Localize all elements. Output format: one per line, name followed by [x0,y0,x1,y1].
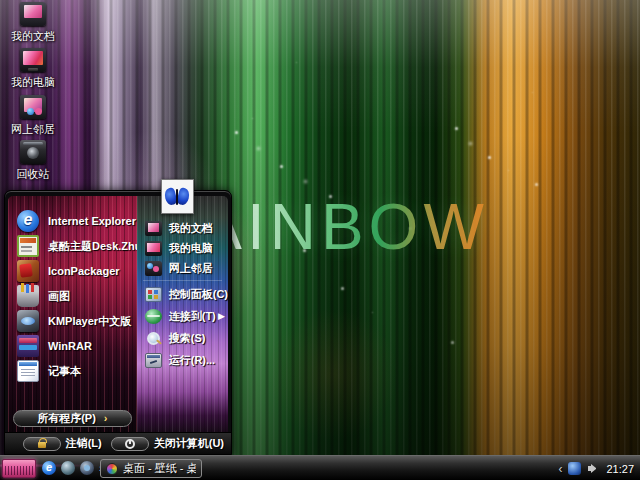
desktop-icon-network-places[interactable]: 网上邻居 [4,95,62,137]
tray-volume-icon[interactable] [587,462,600,475]
start-menu-item-winrar[interactable]: WinRAR [8,334,137,358]
iconpackager-icon [17,260,39,282]
menu-divider [143,280,222,281]
desktop-icon-label: 我的文档 [4,29,62,44]
start-menu-item-control-panel[interactable]: 控制面板(C) [137,283,228,305]
all-programs-button[interactable]: 所有程序(P) › [13,410,132,427]
run-icon [145,353,162,368]
start-menu-item-iconpackager[interactable]: IconPackager [8,259,137,283]
menu-item-label: KMPlayer中文版 [48,314,131,329]
start-menu-item-my-documents[interactable]: 我的文档 [137,218,228,238]
media-player-icon[interactable] [80,461,94,475]
network-icon [145,261,162,276]
taskbar-clock: 21:27 [606,463,637,475]
start-menu-item-zhuoku-theme[interactable]: 桌酷主题Desk.ZhuoKu.Com [8,234,137,258]
kmplayer-icon [17,310,39,332]
start-menu-item-kmplayer[interactable]: KMPlayer中文版 [8,309,137,333]
menu-item-label: WinRAR [48,340,92,352]
desktop-icon-label: 我的电脑 [4,75,62,90]
system-tray: ‹ 21:27 [558,456,637,480]
shut-down-label: 关闭计算机(U) [154,436,224,451]
notepad-icon [17,360,39,382]
winrar-icon [17,335,39,357]
computer-icon [20,48,46,72]
start-menu-places-column: 我的文档 我的电脑 网上邻居 控制面板(C) [137,196,228,432]
start-menu-item-run[interactable]: 运行(R)... [137,349,228,371]
connect-to-icon [145,309,162,324]
menu-item-label: 网上邻居 [169,261,213,276]
network-places-icon [20,95,46,119]
menu-item-label: 我的文档 [169,221,213,236]
taskbar-window-label: 桌面 - 壁纸 - 桌酷壁... [123,461,196,476]
taskbar: e » 桌面 - 壁纸 - 桌酷壁... ‹ 21:27 [0,455,640,480]
menu-item-label: 搜索(S) [169,331,206,346]
quick-launch-bar: e » [42,461,105,475]
desktop-icon-my-documents[interactable]: 我的文档 [4,2,62,44]
menu-item-label: 桌酷主题Desk.ZhuoKu.Com [48,239,137,254]
my-documents-icon [145,221,162,236]
start-menu-footer: 注销(L) 关闭计算机(U) [5,432,231,454]
start-menu-item-network[interactable]: 网上邻居 [137,258,228,278]
sparkle-effects [0,0,1,1]
lock-icon [23,437,61,451]
start-menu-item-notepad[interactable]: 记事本 [8,359,137,383]
paint-icon [17,285,39,307]
power-icon [111,437,149,451]
user-avatar[interactable] [161,179,194,214]
internet-explorer-icon: e [17,210,39,232]
log-off-label: 注销(L) [66,436,102,451]
desktop: RAINBOW 我的文档 我的电脑 网上邻居 回收站 e Internet Ex… [0,0,640,480]
menu-item-label: 画图 [48,289,70,304]
documents-folder-icon [20,2,46,26]
menu-item-label: Internet Explorer [48,215,136,227]
start-menu-item-connect-to[interactable]: 连接到(T) ▶ [137,305,228,327]
internet-explorer-quicklaunch-icon[interactable]: e [42,461,56,475]
zhuoku-theme-icon [17,235,39,257]
log-off-button[interactable]: 注销(L) [23,436,102,451]
menu-item-label: 控制面板(C) [169,287,228,302]
desktop-icon-recycle-bin[interactable]: 回收站 [4,140,62,182]
start-menu: e Internet Explorer 桌酷主题Desk.ZhuoKu.Com … [4,190,232,455]
taskbar-window-button[interactable]: 桌面 - 壁纸 - 桌酷壁... [100,459,202,478]
tray-network-icon[interactable] [568,462,581,475]
desktop-icon-label: 回收站 [4,167,62,182]
start-menu-item-search[interactable]: 搜索(S) [137,327,228,349]
start-button[interactable] [2,459,36,478]
all-programs-label: 所有程序(P) [37,411,96,426]
start-menu-item-paint[interactable]: 画图 [8,284,137,308]
show-desktop-icon[interactable] [61,461,75,475]
recycle-bin-icon [20,140,46,164]
menu-item-label: 运行(R)... [169,353,215,368]
shut-down-button[interactable]: 关闭计算机(U) [111,436,224,451]
submenu-arrow-icon: ▶ [218,311,225,321]
desktop-icon-my-computer[interactable]: 我的电脑 [4,48,62,90]
tray-collapse-chevron[interactable]: ‹ [558,462,562,476]
search-icon [145,331,162,346]
control-panel-icon [145,287,162,302]
start-menu-programs-column: e Internet Explorer 桌酷主题Desk.ZhuoKu.Com … [8,196,137,432]
start-menu-item-my-computer[interactable]: 我的电脑 [137,238,228,258]
menu-item-label: 我的电脑 [169,241,213,256]
menu-item-label: 连接到(T) [169,309,216,324]
start-menu-item-internet-explorer[interactable]: e Internet Explorer [8,209,137,233]
desktop-icon-label: 网上邻居 [4,122,62,137]
my-computer-icon [145,241,162,256]
butterfly-avatar-icon [165,187,189,207]
chevron-right-icon: › [104,413,108,424]
wallpaper-window-icon [106,463,118,475]
menu-item-label: IconPackager [48,265,120,277]
menu-item-label: 记事本 [48,364,81,379]
